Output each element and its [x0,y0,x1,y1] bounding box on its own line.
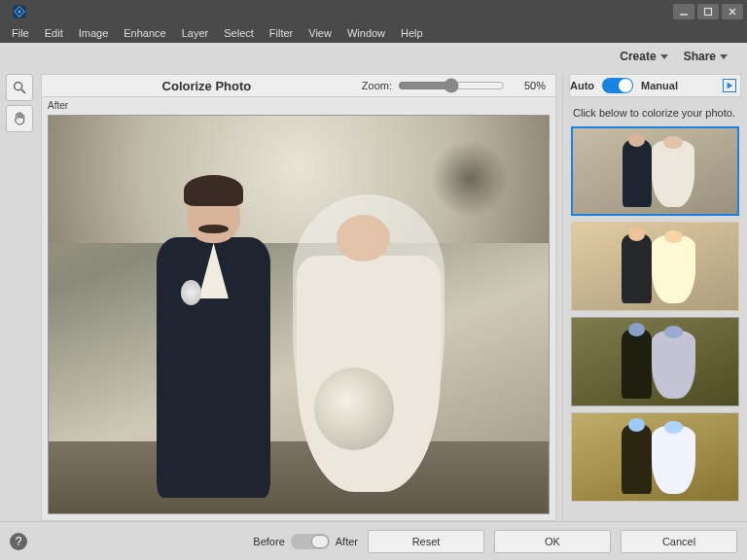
ok-button[interactable]: OK [494,530,611,553]
menu-edit[interactable]: Edit [37,25,71,41]
minimize-button[interactable] [673,4,694,19]
magnifier-icon [12,80,27,95]
preset-4[interactable] [571,412,739,502]
menu-filter[interactable]: Filter [262,25,301,41]
top-actions-bar: Create Share [0,43,747,70]
caret-down-icon [660,54,668,59]
before-after-toggle[interactable] [291,534,330,549]
mode-bar: Auto Manual [569,74,741,97]
menu-select[interactable]: Select [216,25,262,41]
menu-layer[interactable]: Layer [174,25,217,41]
menu-image[interactable]: Image [71,25,117,41]
svg-line-7 [21,89,25,93]
close-button[interactable] [722,4,743,19]
dialog-title: Colorize Photo [52,79,362,93]
cancel-button[interactable]: Cancel [621,530,737,553]
auto-manual-toggle[interactable] [602,78,633,93]
canvas-body[interactable]: After [41,97,556,521]
auto-label: Auto [570,80,594,91]
groom-figure [139,188,289,498]
hand-icon [12,111,27,126]
preset-1[interactable] [571,126,739,216]
maximize-button[interactable] [697,4,719,19]
content-area: Colorize Photo Zoom: 50% After Auto Manu… [0,70,747,521]
photo-preview [48,115,550,514]
tutorial-play-button[interactable] [723,79,736,92]
zoom-value: 50% [513,80,546,91]
canvas-header: Colorize Photo Zoom: 50% [41,74,556,97]
before-label: Before [253,536,284,547]
manual-label: Manual [641,80,678,91]
menu-view[interactable]: View [301,25,339,41]
hint-text: Click below to colorize your photo. [569,97,741,126]
menu-enhance[interactable]: Enhance [116,25,173,41]
color-presets [569,126,741,521]
preset-2[interactable] [571,222,739,311]
svg-marker-8 [728,83,733,88]
tool-column [6,74,35,521]
menubar: File Edit Image Enhance Layer Select Fil… [0,23,747,43]
zoom-tool[interactable] [6,74,33,101]
create-label: Create [620,50,656,63]
options-panel: Auto Manual Click below to colorize your… [562,74,741,521]
svg-rect-3 [705,9,712,16]
after-label: After [336,536,358,547]
hand-tool[interactable] [6,105,33,132]
svg-point-6 [15,83,22,90]
share-label: Share [684,50,716,63]
canvas-area: Colorize Photo Zoom: 50% After [41,74,556,521]
bottom-bar: ? Before After Reset OK Cancel [0,521,747,560]
reset-button[interactable]: Reset [368,530,484,553]
zoom-slider[interactable] [398,78,505,93]
svg-point-1 [18,10,20,13]
before-after-group: Before After [253,534,358,549]
zoom-label: Zoom: [362,80,392,91]
menu-help[interactable]: Help [393,25,431,41]
bride-figure [278,203,458,498]
app-logo [8,0,31,23]
view-label: After [48,100,68,111]
help-icon: ? [16,535,22,548]
play-icon [726,82,733,89]
menu-window[interactable]: Window [339,25,393,41]
help-button[interactable]: ? [10,533,27,550]
preset-3[interactable] [571,317,739,406]
caret-down-icon [720,54,728,59]
menu-file[interactable]: File [4,25,37,41]
titlebar [0,0,747,23]
share-dropdown[interactable]: Share [676,46,735,67]
create-dropdown[interactable]: Create [612,46,675,67]
